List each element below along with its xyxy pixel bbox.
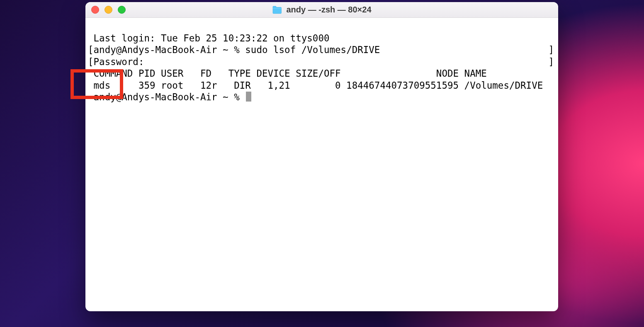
password-line: [Password:] <box>88 56 144 67</box>
window-titlebar[interactable]: andy — -zsh — 80×24 <box>85 2 558 18</box>
last-login-line: Last login: Tue Feb 25 10:23:22 on ttys0… <box>88 33 330 44</box>
terminal-content[interactable]: Last login: Tue Feb 25 10:23:22 on ttys0… <box>85 18 558 311</box>
lsof-header-row: COMMAND PID USER FD TYPE DEVICE SIZE/OFF… <box>88 68 487 79</box>
command-entered: sudo lsof /Volumes/DRIVE <box>245 44 380 55</box>
prompt-line-1: [andy@Andys-MacBook-Air ~ % sudo lsof /V… <box>88 44 380 55</box>
prompt-user-host: andy@Andys-MacBook-Air ~ % <box>94 92 245 102</box>
password-label: Password: <box>94 56 144 67</box>
terminal-window: andy — -zsh — 80×24 Last login: Tue Feb … <box>85 2 558 311</box>
window-title-text: andy — -zsh — 80×24 <box>286 5 371 15</box>
minimize-button[interactable] <box>104 6 112 14</box>
folder-icon <box>272 6 282 14</box>
prompt-line-2[interactable]: andy@Andys-MacBook-Air ~ % <box>88 92 251 102</box>
window-controls <box>91 6 126 14</box>
zoom-button[interactable] <box>118 6 126 14</box>
cursor <box>246 92 251 102</box>
prompt-user-host: andy@Andys-MacBook-Air ~ % <box>94 44 245 55</box>
close-button[interactable] <box>91 6 99 14</box>
lsof-data-row: mds 359 root 12r DIR 1,21 0 184467440737… <box>88 80 543 91</box>
window-title: andy — -zsh — 80×24 <box>272 5 371 15</box>
